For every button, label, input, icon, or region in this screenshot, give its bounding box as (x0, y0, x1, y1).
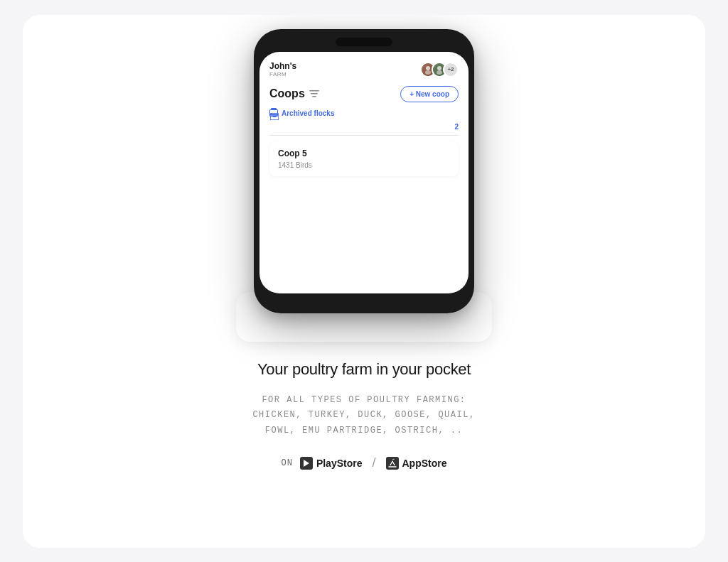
coop-name: Coop 5 (278, 148, 450, 158)
archived-text: Archived flocks (282, 109, 334, 117)
appstore-label: AppStore (402, 458, 447, 469)
farm-label: FARM (269, 71, 296, 77)
appstore-badge[interactable]: AppStore (386, 457, 447, 470)
new-coop-button[interactable]: + New coop (400, 86, 459, 102)
play-triangle (304, 460, 309, 467)
svg-point-1 (425, 70, 431, 75)
svg-point-3 (437, 70, 442, 75)
count-row: 2 (269, 123, 459, 131)
avatars-group: +2 (420, 62, 459, 77)
playstore-icon (300, 457, 313, 470)
svg-rect-6 (312, 96, 316, 97)
svg-point-0 (426, 66, 430, 70)
coops-title-row: Coops (269, 87, 319, 100)
coops-title: Coops (269, 87, 305, 100)
store-divider: / (372, 455, 375, 470)
phone-notch (336, 38, 392, 46)
poultry-line2: CHICKEN, TURKEY, DUCK, GOOSE, QUAIL, (252, 410, 475, 420)
farm-info: John's FARM (269, 62, 296, 77)
farm-header: John's FARM (269, 62, 459, 77)
screen-content: John's FARM (259, 52, 469, 293)
archive-icon (269, 109, 278, 117)
archived-row[interactable]: Archived flocks (269, 109, 459, 117)
filter-icon (309, 90, 319, 97)
phone-wrapper: John's FARM (254, 29, 474, 328)
playstore-label: PlayStore (316, 458, 363, 469)
phone-section: John's FARM (23, 29, 705, 292)
svg-rect-4 (309, 90, 319, 92)
svg-point-2 (437, 66, 441, 70)
page-container: John's FARM (23, 15, 705, 548)
appstore-icon (386, 457, 399, 470)
separator (269, 135, 459, 136)
coops-header: Coops + New coop (269, 86, 459, 102)
svg-rect-5 (311, 93, 318, 94)
coop-card[interactable]: Coop 5 1431 Birds (269, 141, 459, 176)
store-row: ON PlayStore / AppStore (281, 455, 446, 470)
poultry-types: FOR ALL TYPES OF POULTRY FARMING: CHICKE… (252, 393, 475, 439)
phone-body: John's FARM (254, 29, 474, 313)
tagline: Your poultry farm in your pocket (257, 360, 471, 379)
poultry-line1: FOR ALL TYPES OF POULTRY FARMING: (262, 395, 466, 405)
store-on-label: ON (281, 458, 292, 468)
playstore-badge[interactable]: PlayStore (300, 457, 363, 470)
count-badge: 2 (454, 123, 459, 131)
coop-birds: 1431 Birds (278, 161, 450, 169)
phone-screen: John's FARM (259, 52, 469, 293)
farm-name: John's (269, 62, 296, 71)
poultry-line3: FOWL, EMU PARTRIDGE, OSTRICH, .. (265, 426, 463, 436)
avatar-count: +2 (443, 62, 459, 77)
